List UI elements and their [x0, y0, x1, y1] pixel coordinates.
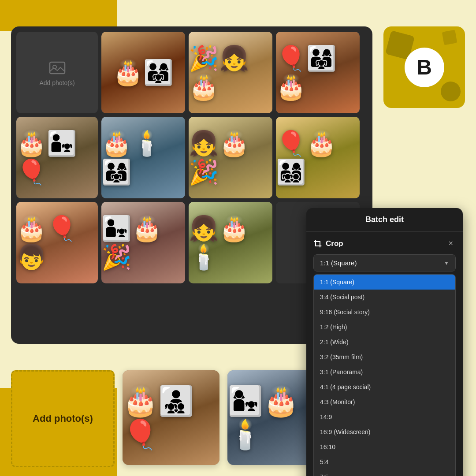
add-photo-cell-main[interactable]: Add photo(s) — [16, 32, 98, 113]
batch-edit-header: Batch edit — [306, 208, 463, 232]
dropdown-item-6[interactable]: 3:1 (Panorama) — [314, 364, 455, 379]
brand-logo: B — [383, 26, 465, 108]
add-photo-dashed-button[interactable]: Add photo(s) — [11, 370, 115, 467]
dropdown-item-8[interactable]: 4:3 (Monitor) — [314, 394, 455, 409]
svg-rect-0 — [50, 62, 65, 74]
dropdown-item-13[interactable]: 7:5 — [314, 469, 455, 476]
crop-title-left: Crop — [313, 239, 343, 248]
dropdown-item-3[interactable]: 1:2 (High) — [314, 320, 455, 335]
bottom-photo-1: 🎂👨‍👧‍👦🎈 — [123, 370, 219, 465]
photo-cell-7: 🎈🎂👨‍👩‍👧‍👦 — [276, 117, 360, 198]
dropdown-item-0[interactable]: 1:1 (Square) — [314, 275, 455, 290]
photo-cell-2: 🎉👧🎂 — [189, 32, 272, 113]
crop-close-button[interactable]: × — [446, 238, 456, 249]
dropdown-item-9[interactable]: 14:9 — [314, 409, 455, 424]
brand-deco-3 — [442, 30, 457, 45]
dropdown-item-2[interactable]: 9:16 (Social story) — [314, 305, 455, 320]
photo-cell-6: 👧🎂🎉 — [189, 117, 272, 198]
crop-icon — [313, 239, 322, 248]
dropdown-item-1[interactable]: 3:4 (Social post) — [314, 290, 455, 305]
brand-letter: B — [405, 48, 444, 87]
batch-edit-title: Batch edit — [365, 215, 404, 224]
brand-deco-2 — [441, 82, 461, 101]
photo-cell-3: 🎈👨‍👩‍👧🎂 — [276, 32, 360, 113]
photo-cell-1: 🎂👨‍👩‍👧 — [101, 32, 185, 113]
dropdown-selected-value: 1:1 (Square) — [320, 259, 357, 267]
dropdown-item-7[interactable]: 4:1 (4 page social) — [314, 379, 455, 394]
dropdown-arrow-icon: ▼ — [444, 260, 449, 266]
photo-cell-10: 👧🎂🕯️ — [189, 202, 272, 283]
photo-cell-5: 🎂🕯️👨‍👩‍👧 — [101, 117, 185, 198]
crop-label: Crop — [326, 239, 343, 248]
dropdown-item-10[interactable]: 16:9 (Widescreen) — [314, 424, 455, 439]
photo-cell-8: 🎂🎈👦 — [16, 202, 98, 283]
photo-cell-4: 🎂👨‍👧🎈 — [16, 117, 98, 198]
crop-title-row: Crop × — [313, 238, 456, 249]
dropdown-item-4[interactable]: 2:1 (Wide) — [314, 335, 455, 350]
dropdown-item-12[interactable]: 5:4 — [314, 454, 455, 469]
batch-edit-panel: Batch edit Crop × 1:1 (Square) ▼ 1:1 (Sq… — [306, 208, 463, 476]
crop-dropdown-list: 1:1 (Square)3:4 (Social post)9:16 (Socia… — [313, 274, 456, 476]
photo-cell-9: 👨‍👧🎂🎉 — [101, 202, 185, 283]
dropdown-item-5[interactable]: 3:2 (35mm film) — [314, 350, 455, 364]
add-photo-dashed-label: Add photo(s) — [33, 413, 93, 424]
dropdown-item-11[interactable]: 16:10 — [314, 439, 455, 454]
crop-dropdown-selected[interactable]: 1:1 (Square) ▼ — [313, 254, 456, 271]
add-photo-icon — [48, 59, 66, 77]
add-photo-label: Add photo(s) — [39, 79, 74, 86]
crop-section: Crop × 1:1 (Square) ▼ 1:1 (Square)3:4 (S… — [306, 232, 463, 476]
